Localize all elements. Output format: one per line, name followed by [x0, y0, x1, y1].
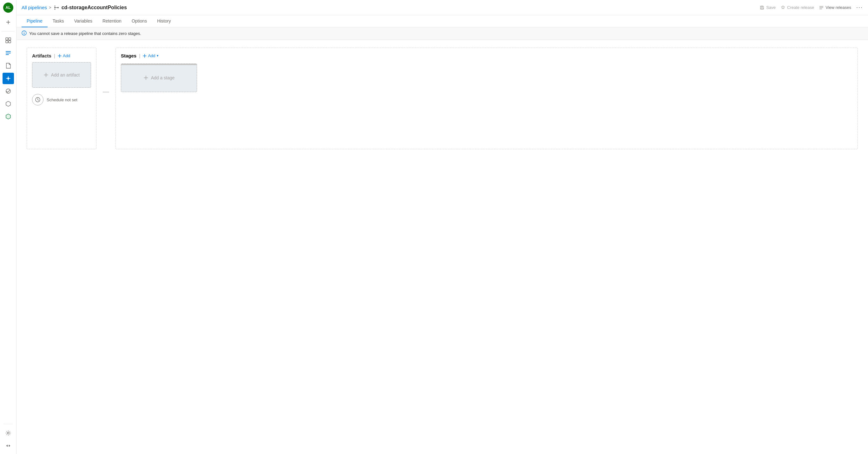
stages-box: Stages | Add ▾ Add a stage — [116, 48, 858, 149]
sidebar-bottom — [3, 422, 14, 451]
add-artifact-card[interactable]: Add an artifact — [32, 62, 91, 88]
info-icon — [22, 30, 27, 36]
svg-rect-15 — [761, 6, 763, 7]
artifacts-header-sep: | — [54, 53, 55, 58]
pipeline-title: cd-storageAccountPolicies — [62, 5, 127, 10]
more-options-button[interactable]: ··· — [856, 4, 863, 11]
pipeline-icon — [53, 4, 60, 11]
create-release-button[interactable]: Create release — [781, 5, 814, 10]
save-button[interactable]: Save — [760, 5, 776, 10]
svg-point-8 — [6, 89, 10, 93]
tabs: Pipeline Tasks Variables Retention Optio… — [17, 15, 868, 27]
topbar-actions: Save Create release View releases ··· — [760, 4, 863, 11]
extensions-icon[interactable] — [3, 111, 14, 122]
schedule-widget[interactable]: Schedule not set — [32, 94, 91, 105]
artifacts-title: Artifacts — [32, 53, 52, 58]
svg-rect-4 — [6, 51, 11, 52]
tab-tasks[interactable]: Tasks — [48, 15, 69, 27]
view-releases-button[interactable]: View releases — [819, 5, 851, 10]
add-artifact-card-label: Add an artifact — [51, 73, 80, 78]
sidebar: AL — [0, 0, 17, 454]
tab-history[interactable]: History — [152, 15, 176, 27]
pipeline-canvas: Artifacts | Add Add an artifact Schedul — [17, 40, 868, 454]
svg-rect-2 — [6, 40, 8, 43]
sidebar-divider — [2, 31, 14, 31]
repos-icon[interactable] — [3, 60, 14, 72]
svg-point-10 — [54, 7, 56, 8]
add-stage-button[interactable]: Add ▾ — [143, 53, 158, 58]
svg-rect-6 — [6, 54, 9, 55]
stages-header: Stages | Add ▾ — [121, 53, 852, 58]
connector-line — [103, 92, 109, 92]
stages-header-sep: | — [139, 53, 140, 58]
artifacts-box: Artifacts | Add Add an artifact Schedul — [27, 48, 96, 149]
add-artifact-label: Add — [63, 53, 70, 58]
tab-pipeline[interactable]: Pipeline — [22, 15, 48, 27]
collapse-icon[interactable] — [3, 440, 14, 451]
svg-rect-3 — [8, 40, 11, 43]
tab-options[interactable]: Options — [127, 15, 152, 27]
artifacts-header: Artifacts | Add — [32, 53, 91, 58]
add-stage-card-label: Add a stage — [151, 75, 175, 80]
boards-icon[interactable] — [3, 47, 14, 59]
info-bar: You cannot save a release pipeline that … — [17, 27, 868, 40]
breadcrumb-separator: > — [49, 5, 52, 10]
schedule-icon — [32, 94, 43, 105]
svg-rect-1 — [8, 38, 11, 40]
tab-retention[interactable]: Retention — [97, 15, 127, 27]
overview-icon[interactable] — [3, 35, 14, 46]
svg-point-12 — [54, 5, 55, 6]
schedule-text: Schedule not set — [46, 97, 78, 102]
info-message: You cannot save a release pipeline that … — [29, 31, 141, 36]
add-stage-label: Add — [148, 53, 155, 58]
create-release-label: Create release — [787, 5, 814, 10]
pipelines-nav-icon[interactable] — [3, 73, 14, 84]
add-stage-card[interactable]: Add a stage — [121, 63, 197, 92]
artifacts-nav-icon[interactable] — [3, 98, 14, 110]
sidebar-divider-bottom — [3, 424, 13, 424]
pipeline-area: Artifacts | Add Add an artifact Schedul — [27, 48, 858, 149]
connector — [103, 92, 109, 92]
add-icon[interactable] — [3, 17, 14, 28]
tab-variables[interactable]: Variables — [69, 15, 97, 27]
topbar: All pipelines > cd-storageAccountPolicie… — [17, 0, 868, 15]
test-plans-icon[interactable] — [3, 85, 14, 97]
svg-point-13 — [54, 8, 55, 9]
svg-point-11 — [57, 7, 59, 8]
svg-rect-5 — [6, 53, 11, 53]
view-releases-label: View releases — [826, 5, 851, 10]
settings-icon[interactable] — [3, 427, 14, 439]
svg-point-7 — [7, 78, 9, 79]
avatar: AL — [3, 3, 13, 13]
svg-point-17 — [24, 32, 24, 32]
chevron-down-icon: ▾ — [157, 54, 159, 58]
save-label: Save — [766, 5, 776, 10]
all-pipelines-link[interactable]: All pipelines — [22, 5, 47, 10]
breadcrumb: All pipelines > cd-storageAccountPolicie… — [22, 4, 757, 11]
main-content: All pipelines > cd-storageAccountPolicie… — [17, 0, 868, 454]
svg-rect-0 — [6, 38, 8, 40]
add-artifact-button[interactable]: Add — [58, 53, 70, 58]
svg-point-9 — [7, 432, 9, 434]
stages-title: Stages — [121, 53, 136, 58]
